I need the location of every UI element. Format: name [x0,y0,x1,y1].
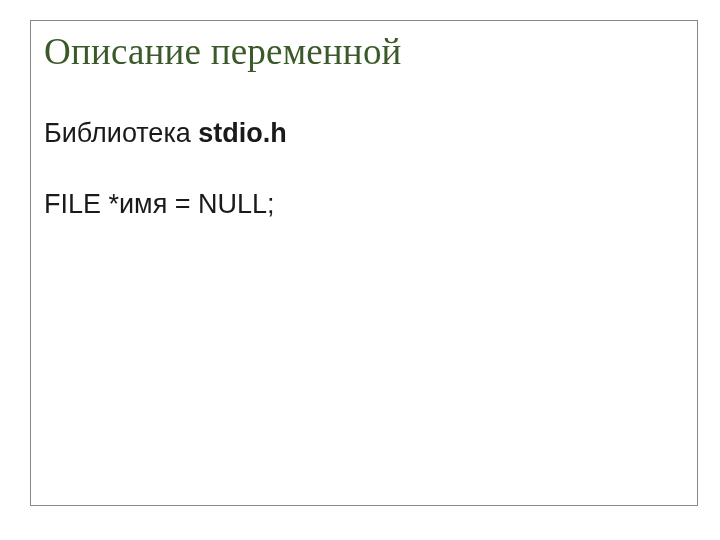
library-line: Библиотека stdio.h [44,116,676,151]
library-name: stdio.h [198,118,287,148]
slide-title: Описание переменной [44,30,402,73]
slide: Описание переменной Библиотека stdio.h F… [0,0,720,540]
library-prefix: Библиотека [44,118,198,148]
slide-body: Библиотека stdio.h FILE *имя = NULL; [44,116,676,258]
content-frame [30,20,698,506]
code-line: FILE *имя = NULL; [44,187,676,222]
